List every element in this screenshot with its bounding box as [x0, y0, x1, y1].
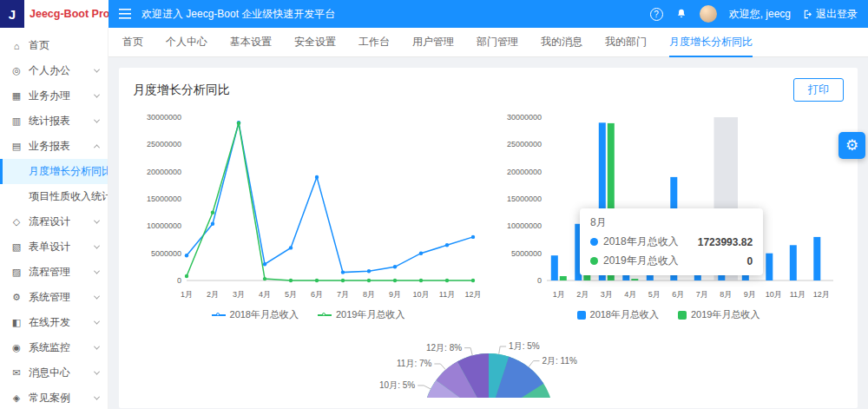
svg-text:25000000: 25000000 [507, 140, 542, 148]
legend-label: 2018年月总收入 [590, 308, 659, 321]
tab-workbench[interactable]: 工作台 [358, 28, 390, 57]
cluster-icon: ▨ [10, 267, 23, 278]
chevron-down-icon [94, 369, 100, 375]
sidebar-item-message-center[interactable]: ✉消息中心 [0, 360, 108, 386]
tab-monthly-growth[interactable]: 月度增长分析同比 [669, 28, 753, 57]
svg-text:10000000: 10000000 [507, 221, 542, 230]
bar-chart[interactable]: 0500000010000000150000002000000025000000… [493, 109, 844, 321]
sidebar-item-process-design[interactable]: ◇流程设计 [0, 209, 108, 234]
menu-collapse-icon[interactable] [119, 9, 131, 19]
content-area: 月度增长分析同比 打印 0500000010000000150000002000… [108, 57, 868, 409]
help-icon[interactable]: ? [650, 8, 663, 21]
bar-chart-plot[interactable]: 0500000010000000150000002000000025000000… [493, 109, 844, 307]
sidebar-item-business-handling[interactable]: ▦业务办理 [0, 83, 108, 109]
print-button[interactable]: 打印 [793, 78, 844, 102]
svg-text:8月: 8月 [720, 290, 732, 299]
svg-text:4月: 4月 [624, 290, 636, 299]
apps-icon: ▦ [10, 90, 23, 102]
tab-dept-mgmt[interactable]: 部门管理 [477, 28, 518, 57]
logo-icon: J [0, 0, 24, 28]
tab-my-dept[interactable]: 我的部门 [605, 28, 647, 57]
svg-text:0: 0 [537, 276, 542, 285]
tab-personal-center[interactable]: 个人中心 [166, 28, 207, 57]
svg-text:15000000: 15000000 [507, 195, 542, 203]
sidebar-item-form-design[interactable]: ▧表单设计 [0, 234, 108, 260]
tab-security-settings[interactable]: 安全设置 [294, 28, 336, 57]
svg-text:4月: 4月 [259, 290, 271, 299]
line-chart-plot[interactable]: 0500000010000000150000002000000025000000… [133, 109, 483, 307]
sidebar-item-label: 系统管理 [29, 290, 70, 305]
svg-text:6月: 6月 [311, 290, 323, 299]
bulb-icon: ◈ [10, 393, 23, 404]
user-greeting: 欢迎您, jeecg [729, 7, 791, 22]
sidebar-subitem-project-income-stats[interactable]: 项目性质收入统计 [0, 184, 108, 209]
sidebar-item-home[interactable]: ⌂首页 [0, 33, 108, 58]
legend-item[interactable]: 2018年月总收入 [212, 308, 299, 321]
tab-my-messages[interactable]: 我的消息 [541, 28, 582, 57]
top-header: J Jeecg-Boot Pro 欢迎进入 Jeecg-Boot 企业级快速开发… [0, 0, 868, 28]
logout-button[interactable]: 退出登录 [803, 7, 858, 22]
sidebar-item-label: 常见案例 [29, 391, 70, 406]
sidebar-item-label: 表单设计 [29, 240, 70, 254]
sidebar-item-label: 业务办理 [29, 89, 70, 103]
sidebar-item-label: 个人办公 [29, 63, 70, 78]
sidebar-item-online-dev[interactable]: ◧在线开发 [0, 310, 108, 335]
line-chart[interactable]: 0500000010000000150000002000000025000000… [133, 109, 483, 321]
svg-text:10月: 10月 [766, 290, 782, 299]
svg-text:5000000: 5000000 [151, 249, 181, 258]
line-chart-icon: ▤ [10, 141, 23, 152]
tab-user-mgmt[interactable]: 用户管理 [412, 28, 454, 57]
bell-icon[interactable] [675, 8, 687, 20]
chevron-down-icon [94, 92, 100, 98]
sidebar: ⌂首页◎个人办公▦业务办理▥统计报表▤业务报表月度增长分析同比项目性质收入统计◇… [0, 28, 108, 409]
sidebar-item-system-monitor[interactable]: ◉系统监控 [0, 335, 108, 360]
svg-text:7月: 7月 [337, 290, 349, 299]
gear-icon: ⚙ [10, 292, 23, 303]
svg-text:2月: 2月 [576, 290, 589, 299]
legend-item[interactable]: 2019年月总收入 [678, 308, 760, 321]
svg-text:12月: 12月 [813, 290, 830, 299]
sidebar-item-label: 流程管理 [29, 265, 70, 280]
sidebar-item-system-mgmt[interactable]: ⚙系统管理 [0, 285, 108, 310]
svg-text:3月: 3月 [233, 290, 245, 299]
sidebar-subitem-monthly-growth-analysis[interactable]: 月度增长分析同比 [0, 159, 108, 184]
settings-button[interactable]: ⚙ [838, 132, 865, 159]
app-logo[interactable]: J Jeecg-Boot Pro [0, 0, 108, 28]
legend-label: 2019年月总收入 [336, 308, 404, 321]
legend-item[interactable]: 2019年月总收入 [318, 308, 404, 321]
share-icon: ◎ [10, 65, 23, 76]
sidebar-item-label: 统计报表 [29, 114, 70, 129]
page-title: 月度增长分析同比 [133, 82, 230, 98]
avatar[interactable] [700, 5, 717, 23]
sidebar-item-common-examples[interactable]: ◈常见案例 [0, 386, 108, 409]
flow-icon: ◇ [10, 216, 23, 228]
sidebar-item-label: 消息中心 [29, 366, 70, 380]
logout-label: 退出登录 [816, 7, 858, 22]
content-column: 首页个人中心基本设置安全设置工作台用户管理部门管理我的消息我的部门月度增长分析同… [108, 28, 868, 409]
tab-basic-settings[interactable]: 基本设置 [230, 28, 272, 57]
svg-text:10月: 5%: 10月: 5% [379, 380, 415, 390]
svg-text:25000000: 25000000 [147, 140, 181, 148]
sidebar-item-personal-office[interactable]: ◎个人办公 [0, 58, 108, 83]
svg-text:0: 0 [177, 276, 181, 285]
code-icon: ◧ [10, 317, 23, 328]
legend-item[interactable]: 2018年月总收入 [577, 308, 659, 321]
bar-chart-legend: 2018年月总收入2019年月总收入 [493, 308, 844, 321]
sidebar-item-process-mgmt[interactable]: ▨流程管理 [0, 260, 108, 285]
chevron-down-icon [94, 117, 100, 123]
sidebar-item-business-report[interactable]: ▤业务报表 [0, 134, 108, 159]
tab-home[interactable]: 首页 [122, 28, 143, 57]
svg-text:5月: 5月 [648, 290, 661, 299]
svg-text:10000000: 10000000 [147, 221, 181, 230]
svg-text:9月: 9月 [389, 290, 401, 299]
form-icon: ▧ [10, 241, 23, 253]
sidebar-item-label: 系统监控 [29, 340, 70, 355]
svg-text:8月: 8月 [363, 290, 375, 299]
pie-chart[interactable]: 1月: 5%2月: 11%12月: 8%11月: 7%10月: 5% [315, 332, 662, 398]
pie-chart-plot[interactable]: 1月: 5%2月: 11%12月: 8%11月: 7%10月: 5% [315, 332, 662, 398]
main-layout: ⌂首页◎个人办公▦业务办理▥统计报表▤业务报表月度增长分析同比项目性质收入统计◇… [0, 28, 868, 409]
svg-text:20000000: 20000000 [507, 168, 542, 176]
welcome-text: 欢迎进入 Jeecg-Boot 企业级快速开发平台 [141, 7, 335, 22]
sidebar-item-stats-report[interactable]: ▥统计报表 [0, 109, 108, 134]
svg-text:1月: 1月 [553, 290, 565, 299]
